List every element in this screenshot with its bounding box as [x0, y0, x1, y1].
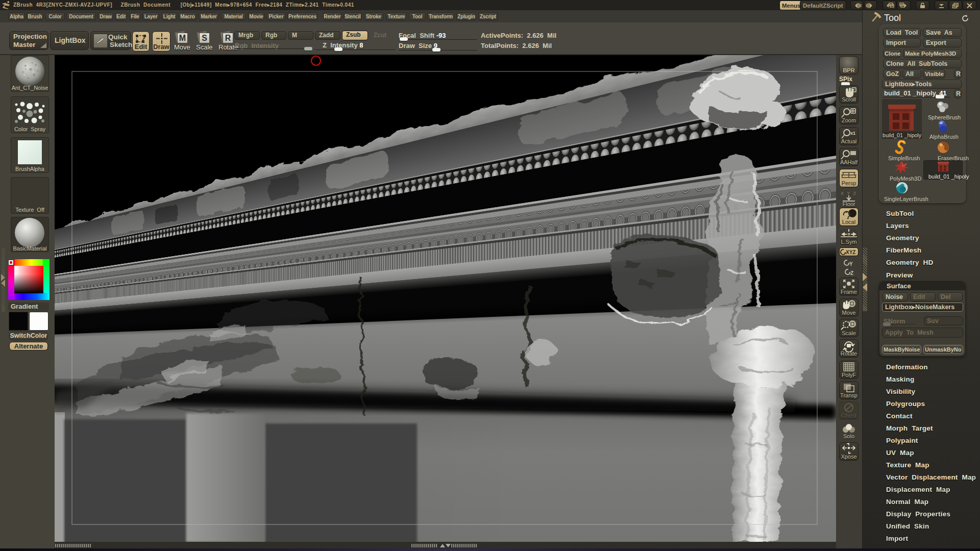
svg-text:Y: Y: [849, 261, 853, 267]
svg-text:Z: Z: [850, 270, 853, 276]
svg-text:XYZ: XYZ: [846, 249, 855, 255]
svg-text:x1: x1: [850, 131, 855, 136]
